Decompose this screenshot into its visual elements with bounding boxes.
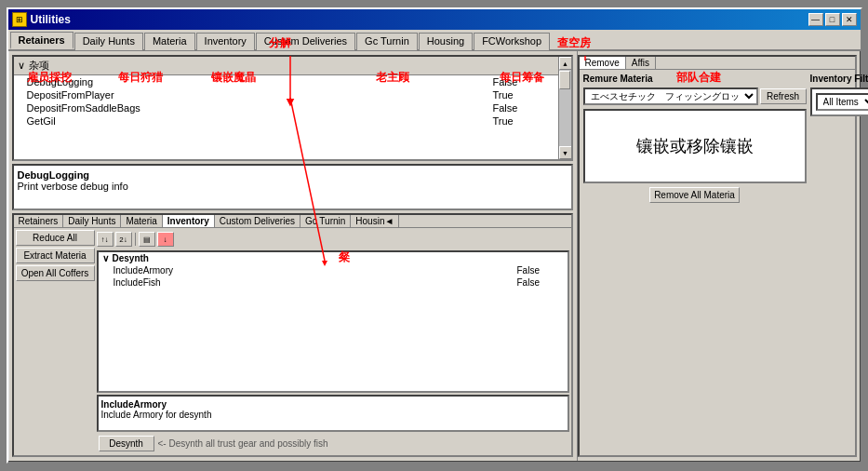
listbox-content[interactable]: DebugLogging False DepositFromPlayer Tru… [14,75,571,159]
extract-materia-button[interactable]: Extract Materia [16,248,95,263]
inner-buttons: Reduce All Extract Materia Open All Coff… [16,230,95,453]
right-tab-affis[interactable]: Affis [626,57,656,69]
list-item: IncludeArmory False [99,264,568,276]
materia-select-row: エべスセチック フィッシングロッ Refresh [583,87,807,105]
materia-center-box: 镶嵌或移除镶嵌 [583,109,807,183]
right-inner: Remure Materia エべスセチック フィッシングロッ Refresh … [580,70,855,207]
bottom-section: Retainers Daily Hunts Materia Inventory … [12,213,573,457]
listbox-header: ∨ 杂项 [14,57,571,75]
title-bar-left: ⊞ Utilities [12,12,71,27]
inv-val: False [517,277,564,288]
close-button[interactable]: ✕ [842,13,857,26]
remove-btn-row: Remove All Materia [583,187,807,203]
tab-inventory[interactable]: Inventory [196,33,255,50]
inner-tab-bar: Retainers Daily Hunts Materia Inventory … [14,215,571,228]
tab-gc-turnin[interactable]: Gc Turnin [356,33,418,50]
title-bar-buttons: — □ ✕ [808,13,857,26]
desynth-action-row: Desynth <- Desynth all trust gear and po… [97,434,569,453]
inv-group-row: ∨ Desynth [99,252,568,264]
tab-fcworkshop[interactable]: FCWorkshop [474,33,550,50]
right-tab-bar: Remove Affis [580,57,855,70]
filter-dropdown[interactable]: All Items [816,93,869,111]
inner-tab-gc-turnin[interactable]: Gc Turnin [300,215,351,227]
reduce-all-button[interactable]: Reduce All [16,230,95,246]
desc-title: DebugLogging [18,169,568,181]
inv-desc-box: IncludeArmory Include Armory for desynth [97,395,569,432]
list-item: DebugLogging False [14,75,571,88]
section-label: 杂项 [29,59,49,73]
setting-key: GetGil [18,115,493,127]
inv-key: IncludeFish [102,277,517,288]
right-right-col: Inventory Filter All Items [810,74,869,203]
inv-desc-text: Include Armory for desynth [101,410,565,420]
tab-bar: Retainers Daily Hunts Materia Inventory … [8,30,861,51]
setting-value: True [493,115,568,127]
materia-center-text: 镶嵌或移除镶嵌 [636,135,754,157]
description-box: DebugLogging Print verbose debug info [12,164,573,210]
listbox-scrollbar[interactable]: ▲ ▼ [558,57,571,159]
setting-value: False [493,76,568,87]
group-expand-icon[interactable]: ∨ [102,253,109,263]
left-panel: ∨ 杂项 DebugLogging False DepositFromPlaye… [8,51,578,461]
main-content: ∨ 杂项 DebugLogging False DepositFromPlaye… [8,51,861,461]
desynth-button[interactable]: Desynth [99,436,154,451]
title-bar: ⊞ Utilities — □ ✕ [8,9,861,30]
inventory-list[interactable]: ∨ Desynth IncludeArmory False IncludeFis… [97,250,569,393]
inv-key: IncludeArmory [102,265,517,276]
tab-retainers[interactable]: Retainers [10,32,73,49]
materia-section-label: Remure Materia [583,74,807,84]
setting-value: True [493,89,568,101]
toolbar-row: ↑↓ 2↓ ▤ ↓ [97,230,569,249]
desynth-action-text: <- Desynth all trust gear and possibly f… [158,438,328,449]
scroll-thumb[interactable] [559,71,570,89]
minimize-button[interactable]: — [808,13,823,26]
list-item: DepositFromSaddleBags False [14,101,571,114]
tab-custom-deliveries[interactable]: Custom Deliveries [256,33,355,50]
window-title: Utilities [31,13,71,26]
inv-desc-title: IncludeArmory [101,399,565,410]
group-label: Desynth [113,253,149,263]
list-item: GetGil True [14,114,571,128]
sort2-button[interactable]: 2↓ [115,232,132,247]
refresh-button[interactable]: Refresh [760,88,807,104]
setting-value: False [493,102,568,114]
arrow-down-button[interactable]: ↓ [157,232,174,247]
desc-text: Print verbose debug info [18,181,568,192]
expand-icon[interactable]: ∨ [18,60,25,72]
setting-key: DepositFromPlayer [18,89,493,101]
scroll-up-arrow[interactable]: ▲ [559,57,572,70]
tab-daily-hunts[interactable]: Daily Hunts [74,33,143,50]
maximize-button[interactable]: □ [825,13,840,26]
scroll-down-arrow[interactable]: ▼ [559,146,572,159]
main-window: ⊞ Utilities — □ ✕ Retainers Daily Hunts … [7,7,862,464]
setting-key: DepositFromSaddleBags [18,102,493,114]
inner-tab-custom-deliveries[interactable]: Custom Deliveries [215,215,300,227]
materia-dropdown[interactable]: エべスセチック フィッシングロッ [583,87,758,105]
list-item: DepositFromPlayer True [14,88,571,101]
inner-right: ↑↓ 2↓ ▤ ↓ ∨ Desynth [97,230,569,453]
remove-all-materia-button[interactable]: Remove All Materia [649,187,740,203]
inner-content: Reduce All Extract Materia Open All Coff… [14,228,571,455]
sort-button[interactable]: ↑↓ [97,232,114,247]
tab-housing[interactable]: Housing [419,33,473,50]
materia-panel: Remove Affis Remure Materia エべスセチック フィッシ… [578,55,857,457]
open-all-coffers-button[interactable]: Open All Coffers [16,265,95,281]
inner-tab-housin[interactable]: Housin◄ [351,215,399,227]
scroll-track[interactable] [559,70,571,146]
inv-val: False [517,265,564,276]
tab-materia[interactable]: Materia [144,33,195,50]
inner-tab-materia[interactable]: Materia [121,215,162,227]
list-item: IncludeFish False [99,276,568,289]
right-tab-remove[interactable]: Remove [580,57,626,69]
inner-tab-daily-hunts[interactable]: Daily Hunts [63,215,121,227]
filter-button[interactable]: ▤ [139,232,155,247]
setting-key: DebugLogging [18,76,493,87]
filter-label: Inventory Filter [810,74,869,84]
filter-box: All Items [810,87,869,116]
inner-tab-inventory[interactable]: Inventory [163,215,215,227]
settings-listbox: ∨ 杂项 DebugLogging False DepositFromPlaye… [12,55,573,161]
separator [135,233,136,246]
right-left-col: Remure Materia エべスセチック フィッシングロッ Refresh … [583,74,807,203]
app-icon: ⊞ [12,12,27,27]
inner-tab-retainers[interactable]: Retainers [14,215,64,227]
